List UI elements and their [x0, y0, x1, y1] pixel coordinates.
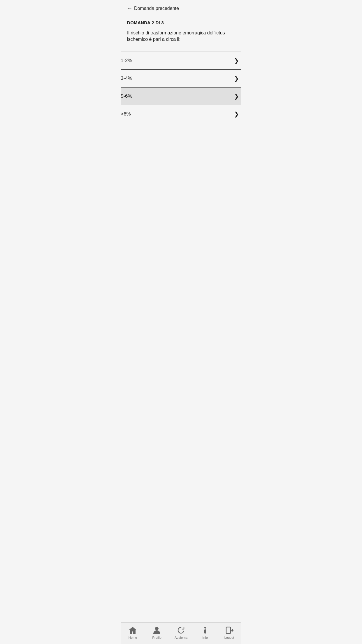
logout-icon: [225, 626, 234, 635]
main-content: ← Domanda precedente DOMANDA 2 DI 3 Il r…: [121, 0, 241, 644]
answer-item-a1[interactable]: 1-2%❯: [121, 52, 241, 70]
svg-rect-3: [226, 627, 231, 634]
answer-item-a3[interactable]: 5-6%❯: [121, 88, 241, 105]
nav-label-aggiorna: Aggiorna: [175, 636, 187, 639]
back-nav[interactable]: ← Domanda precedente: [121, 0, 241, 14]
nav-label-home: Home: [129, 636, 137, 639]
refresh-icon: [176, 626, 186, 635]
svg-rect-2: [204, 629, 206, 634]
chevron-right-icon: ❯: [234, 111, 239, 118]
answer-text-a2: 3-4%: [121, 76, 132, 81]
question-counter: DOMANDA 2 DI 3: [127, 20, 235, 25]
chevron-right-icon: ❯: [234, 93, 239, 100]
question-text: Il rischio di trasformazione emorragica …: [127, 30, 235, 43]
question-section: DOMANDA 2 DI 3 Il rischio di trasformazi…: [121, 14, 241, 52]
answer-list: 1-2%❯3-4%❯5-6%❯>6%❯: [121, 52, 241, 123]
answer-text-a4: >6%: [121, 111, 131, 117]
svg-point-1: [204, 627, 206, 629]
nav-item-home[interactable]: Home: [121, 626, 145, 639]
nav-item-info[interactable]: Info: [193, 626, 217, 639]
chevron-right-icon: ❯: [234, 75, 239, 82]
answer-item-a4[interactable]: >6%❯: [121, 105, 241, 123]
nav-label-logout: Logout: [224, 636, 234, 639]
answer-item-a2[interactable]: 3-4%❯: [121, 70, 241, 88]
chevron-right-icon: ❯: [234, 57, 239, 64]
bottom-nav: Home Profilo Aggiorna Info: [121, 622, 241, 644]
person-icon: [152, 626, 161, 635]
info-icon: [201, 626, 210, 635]
nav-item-logout[interactable]: Logout: [217, 626, 241, 639]
back-arrow-icon: ←: [127, 5, 132, 11]
nav-label-profilo: Profilo: [152, 636, 161, 639]
nav-label-info: Info: [203, 636, 208, 639]
home-icon: [128, 626, 137, 635]
svg-point-0: [155, 627, 159, 630]
answer-text-a1: 1-2%: [121, 58, 132, 64]
back-label: Domanda precedente: [134, 6, 179, 11]
nav-item-profilo[interactable]: Profilo: [145, 626, 169, 639]
nav-item-aggiorna[interactable]: Aggiorna: [169, 626, 193, 639]
answer-text-a3: 5-6%: [121, 93, 132, 99]
